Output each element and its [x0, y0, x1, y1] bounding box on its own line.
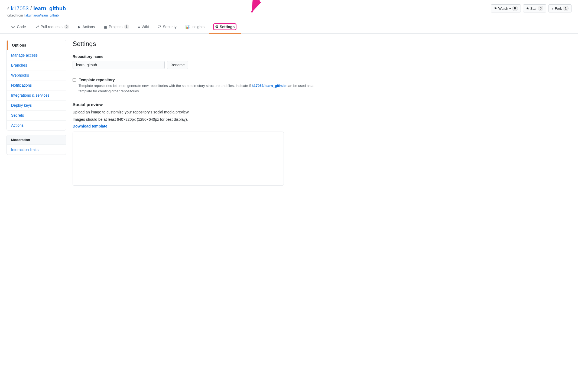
fork-label: Fork — [555, 6, 562, 11]
watch-button[interactable]: 👁 Watch ▾ 0 — [491, 4, 521, 12]
template-section: Template repository Template repositorie… — [73, 78, 319, 94]
repo-name-input[interactable] — [73, 61, 165, 69]
template-desc-1: Template repositories let users generate… — [79, 84, 251, 88]
sidebar-options[interactable]: Options — [7, 40, 66, 50]
star-icon: ★ — [526, 6, 529, 11]
template-label[interactable]: Template repository — [79, 78, 115, 82]
chevron-down-icon: ▾ — [509, 6, 511, 11]
fork-count: 1 — [563, 6, 569, 11]
sidebar-branches[interactable]: Branches — [7, 60, 66, 70]
nav-code-label: Code — [17, 25, 26, 29]
sidebar-notifications[interactable]: Notifications — [7, 80, 66, 90]
template-checkbox-row: Template repository — [73, 78, 319, 82]
star-label: Star — [530, 6, 537, 11]
rename-button[interactable]: Rename — [167, 61, 188, 69]
settings-highlight: ⚙ Settings — [213, 23, 236, 30]
nav-security-label: Security — [163, 25, 177, 29]
nav-settings[interactable]: ⚙ Settings クリック — [209, 21, 241, 34]
forked-from-link[interactable]: Takumaron/learn_github — [24, 14, 59, 17]
pr-badge: 0 — [64, 24, 69, 29]
sidebar-webhooks[interactable]: Webhooks — [7, 70, 66, 80]
download-template-link[interactable]: Download template — [73, 124, 107, 128]
pr-icon: ⎇ — [35, 25, 39, 29]
nav-security[interactable]: 🛡 Security — [153, 21, 181, 34]
template-desc: Template repositories let users generate… — [79, 83, 319, 94]
insights-icon: 📊 — [185, 25, 190, 29]
sidebar-deploy-keys[interactable]: Deploy keys — [7, 100, 66, 110]
sidebar-manage-access[interactable]: Manage access — [7, 50, 66, 60]
settings-icon: ⚙ — [215, 25, 219, 29]
code-icon: <> — [11, 25, 15, 29]
sidebar-integrations[interactable]: Integrations & services — [7, 90, 66, 100]
template-checkbox[interactable] — [73, 78, 76, 82]
nav-list: <> Code ⎇ Pull requests 0 ▶ Actions ▦ Pr… — [7, 21, 571, 33]
settings-content: Settings Repository name Rename Template… — [73, 40, 319, 192]
moderation-header: Moderation — [7, 135, 66, 145]
settings-title: Settings — [73, 40, 319, 51]
nav-settings-label: Settings — [220, 25, 235, 29]
watch-count: 0 — [512, 6, 518, 11]
social-preview-box — [73, 132, 284, 186]
star-count: 0 — [538, 6, 544, 11]
social-preview-section: Social preview Upload an image to custom… — [73, 102, 319, 186]
repo-name[interactable]: learn_github — [33, 5, 66, 12]
nav-actions-label: Actions — [82, 25, 95, 29]
nav-code[interactable]: <> Code — [7, 21, 30, 34]
sidebar-interaction-limits[interactable]: Interaction limits — [7, 145, 66, 155]
options-section: Options Manage access Branches Webhooks … — [7, 40, 66, 130]
template-repo-link[interactable]: k17053/learn_github — [252, 84, 285, 88]
repo-name-label: Repository name — [73, 54, 319, 59]
nav-actions[interactable]: ▶ Actions — [73, 21, 99, 34]
main-content: Options Manage access Branches Webhooks … — [0, 34, 325, 199]
watch-label: Watch — [498, 6, 508, 11]
nav-projects-label: Projects — [109, 25, 122, 29]
title-row: ⑂ k17053 / learn_github 👁 Watch ▾ 0 ★ St… — [7, 4, 571, 12]
repo-owner[interactable]: k17053 — [11, 5, 29, 12]
repo-name-section: Repository name Rename — [73, 54, 319, 69]
header-actions: 👁 Watch ▾ 0 ★ Star 0 ⑂ Fork 1 — [491, 4, 571, 12]
sidebar: Options Manage access Branches Webhooks … — [7, 40, 66, 192]
nav-pr-label: Pull requests — [41, 25, 63, 29]
nav-wiki[interactable]: ≡ Wiki — [134, 21, 153, 34]
repo-nav: <> Code ⎇ Pull requests 0 ▶ Actions ▦ Pr… — [7, 21, 571, 33]
social-desc-2: Images should be at least 640×320px (128… — [73, 117, 319, 122]
nav-insights-label: Insights — [191, 25, 204, 29]
projects-icon: ▦ — [103, 25, 107, 29]
social-preview-title: Social preview — [73, 102, 319, 107]
forked-from-text: forked from — [7, 14, 23, 17]
eye-icon: 👁 — [494, 6, 497, 11]
fork-btn-icon: ⑂ — [551, 6, 554, 11]
wiki-icon: ≡ — [138, 25, 140, 29]
social-desc-1: Upload an image to customize your reposi… — [73, 109, 319, 115]
repo-title: ⑂ k17053 / learn_github — [7, 5, 66, 12]
fork-icon: ⑂ — [7, 6, 9, 11]
repo-name-input-row: Rename — [73, 61, 319, 69]
security-icon: 🛡 — [157, 25, 161, 29]
fork-button[interactable]: ⑂ Fork 1 — [548, 4, 571, 12]
projects-badge: 1 — [124, 24, 129, 29]
nav-insights[interactable]: 📊 Insights — [181, 21, 209, 34]
sidebar-secrets[interactable]: Secrets — [7, 110, 66, 120]
nav-wiki-label: Wiki — [142, 25, 149, 29]
moderation-section: Moderation Interaction limits — [7, 135, 66, 155]
actions-icon: ▶ — [78, 25, 81, 29]
sidebar-actions[interactable]: Actions — [7, 120, 66, 130]
repo-separator: / — [30, 5, 32, 12]
nav-projects[interactable]: ▦ Projects 1 — [99, 21, 133, 34]
nav-pull-requests[interactable]: ⎇ Pull requests 0 — [30, 21, 74, 34]
forked-from: forked from Takumaron/learn_github — [7, 14, 571, 17]
star-button[interactable]: ★ Star 0 — [523, 4, 547, 12]
repo-header: ⑂ k17053 / learn_github 👁 Watch ▾ 0 ★ St… — [0, 0, 578, 34]
